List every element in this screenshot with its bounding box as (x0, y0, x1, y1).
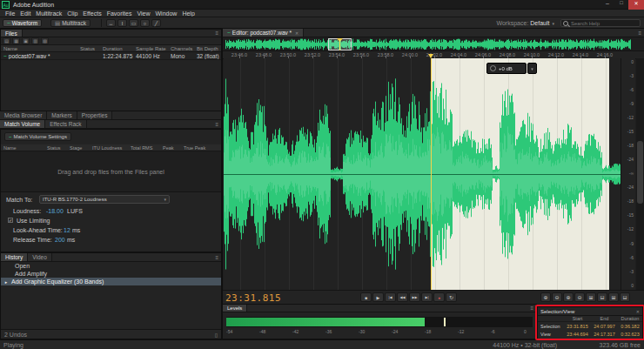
tab-properties[interactable]: Properties (77, 111, 113, 119)
col-name[interactable]: Name (1, 46, 77, 51)
stop-button[interactable]: ■ (360, 292, 372, 302)
panel-close-icon[interactable]: ✕ (636, 309, 640, 314)
zoom-in-time-button[interactable]: ⊕ (563, 292, 574, 302)
col-bit-depth[interactable]: Bit Depth (194, 46, 221, 51)
panel-menu-icon[interactable]: ≡ (215, 30, 218, 36)
match-volume-settings-button[interactable]: ~ Match Volume Settings (4, 132, 71, 141)
volume-knob-icon[interactable] (490, 65, 496, 71)
menu-window[interactable]: Window (152, 10, 179, 17)
hud-dropdown[interactable]: ▾ (527, 63, 537, 74)
zoom-selection-button[interactable]: ⊞ (586, 292, 596, 302)
waveform-view-button[interactable]: ~ Waveform (3, 19, 42, 27)
col-duration[interactable]: Duration (100, 46, 133, 51)
time-selection-tool-icon[interactable]: I (117, 19, 127, 27)
fast-forward-button[interactable]: ▶▶ (409, 292, 420, 302)
history-item-open[interactable]: Open (1, 262, 221, 270)
tab-video[interactable]: Video (28, 253, 52, 261)
time-display[interactable]: 23:31.815 (225, 292, 281, 304)
volume-hud[interactable]: +0 dB (486, 63, 527, 74)
history-item-amplify[interactable]: Add Amplify (1, 270, 221, 278)
view-start-value[interactable]: 23:44.694 (564, 332, 591, 337)
view-end-value[interactable]: 24:17.317 (591, 332, 618, 337)
col-status[interactable]: Status (77, 46, 100, 51)
vertical-scrollbar[interactable] (636, 58, 644, 290)
zoom-out-button[interactable]: ⊖ (552, 292, 562, 302)
hud-gain-value[interactable]: +0 dB (499, 66, 513, 71)
play-button[interactable]: ▶ (372, 292, 384, 302)
tab-files[interactable]: Files (1, 30, 23, 37)
search-input[interactable] (571, 21, 634, 26)
minimize-button[interactable]: – (600, 0, 614, 10)
tab-markers[interactable]: Markers (47, 111, 77, 119)
panel-menu-icon[interactable]: ≡ (215, 122, 218, 127)
close-file-icon[interactable]: ▨ (41, 37, 49, 44)
menu-clip[interactable]: Clip (64, 10, 80, 17)
selection-duration-value[interactable]: 0:36.182 (618, 324, 642, 329)
loop-playback-button[interactable]: ↻ (446, 292, 457, 302)
panel-menu-icon[interactable]: ≡ (215, 255, 218, 260)
trash-icon[interactable]: ▯ (215, 332, 218, 338)
tab-levels[interactable]: Levels (223, 305, 247, 312)
waveform-display[interactable] (224, 58, 621, 290)
toolbar: ~ Waveform ▤ Multitrack ↔ I ▭ ○ ╱ Worksp… (0, 17, 644, 29)
playhead-marker-icon[interactable] (428, 54, 433, 58)
view-duration-value[interactable]: 0:32.623 (618, 332, 642, 337)
menu-file[interactable]: File (3, 10, 17, 17)
menu-effects[interactable]: Effects (80, 10, 104, 17)
zoom-in-point-button[interactable]: ⊟ (597, 292, 607, 302)
selection-row: Selection 23:31.815 24:07.997 0:36.182 (538, 322, 642, 330)
use-limiting-checkbox[interactable]: ✓ (8, 218, 13, 223)
next-button[interactable]: ▶| (421, 292, 433, 302)
zoom-in-button[interactable]: ⊕ (540, 292, 551, 302)
import-file-icon[interactable]: ▤ (3, 37, 10, 44)
playhead-line[interactable] (431, 58, 432, 290)
release-value[interactable]: 200 (55, 237, 65, 243)
look-ahead-value[interactable]: 12 (64, 227, 70, 233)
menu-favorites[interactable]: Favorites (104, 10, 135, 17)
history-item-graphic-eq[interactable]: ▸ Add Graphic Equalizer (30 Bands) (1, 278, 221, 285)
drop-zone[interactable]: Drag and drop files from the Files panel (1, 151, 221, 191)
open-file-icon[interactable]: ▦ (12, 37, 20, 44)
tab-editor[interactable]: ~ Editor: podcast07.wav * ✕ (223, 29, 304, 37)
menu-help[interactable]: Help (179, 10, 197, 17)
close-button[interactable]: ✕ (628, 0, 644, 10)
rewind-button[interactable]: ◀◀ (397, 292, 408, 302)
tab-close-icon[interactable]: ✕ (295, 30, 299, 36)
tab-effects-rack[interactable]: Effects Rack (45, 120, 86, 128)
scrollbar-thumb[interactable] (637, 141, 643, 204)
new-file-icon[interactable]: ▣ (22, 37, 30, 44)
zoom-out-time-button[interactable]: ⊖ (574, 292, 585, 302)
paintbrush-tool-icon[interactable]: ╱ (151, 19, 161, 27)
match-to-dropdown[interactable]: ITU-R BS.1770-2 Loudness ▾ (39, 195, 170, 204)
search-box[interactable] (560, 19, 641, 27)
selection-end-value[interactable]: 24:07.997 (591, 324, 618, 329)
zoom-out-point-button[interactable]: ⊞ (608, 292, 619, 302)
move-tool-icon[interactable]: ↔ (106, 19, 116, 27)
menu-multitrack[interactable]: Multitrack (33, 10, 64, 17)
col-sample-rate[interactable]: Sample Rate (133, 46, 168, 51)
tab-history[interactable]: History (1, 253, 28, 261)
selection-start-value[interactable]: 23:31.815 (564, 324, 591, 329)
workspace-selector[interactable]: Workspace: Default ▾ (497, 19, 555, 27)
panel-menu-icon[interactable]: ≡ (638, 30, 641, 36)
col-channels[interactable]: Channels (168, 46, 194, 51)
multitrack-view-button[interactable]: ▤ Multitrack (50, 19, 91, 27)
marquee-tool-icon[interactable]: ▭ (129, 19, 138, 27)
panel-menu-icon[interactable]: ≡ (530, 305, 533, 311)
loudness-value[interactable]: -18.00 (46, 208, 64, 214)
maximize-button[interactable]: □ (614, 0, 628, 10)
amplitude-ruler[interactable]: 0 -3 -6 -9 -12 -15 -18 -24 -∞ -24 -18 -1… (621, 58, 635, 290)
file-row[interactable]: ~ podcast07.wav * 1:22:24.875 44100 Hz M… (1, 52, 221, 60)
insert-multitrack-icon[interactable]: ▥ (31, 37, 39, 44)
look-ahead-label: Look-Ahead Time: (13, 227, 63, 233)
overview-waveform[interactable] (224, 38, 633, 50)
tab-match-volume[interactable]: Match Volume (0, 120, 45, 128)
zoom-full-button[interactable]: ⊟ (620, 292, 630, 302)
previous-button[interactable]: |◀ (385, 292, 396, 302)
lasso-tool-icon[interactable]: ○ (140, 19, 150, 27)
menu-view[interactable]: View (134, 10, 152, 17)
menu-edit[interactable]: Edit (17, 10, 33, 17)
tab-media-browser[interactable]: Media Browser (0, 111, 47, 119)
levels-meter[interactable] (226, 317, 533, 327)
record-button[interactable]: ● (433, 292, 445, 302)
